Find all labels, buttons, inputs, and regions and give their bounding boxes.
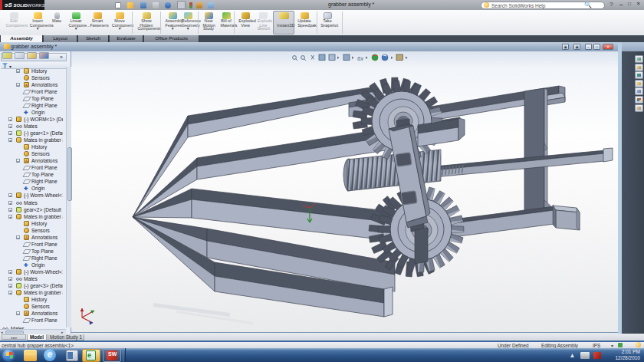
svg-text:6x: 6x [357,55,363,62]
